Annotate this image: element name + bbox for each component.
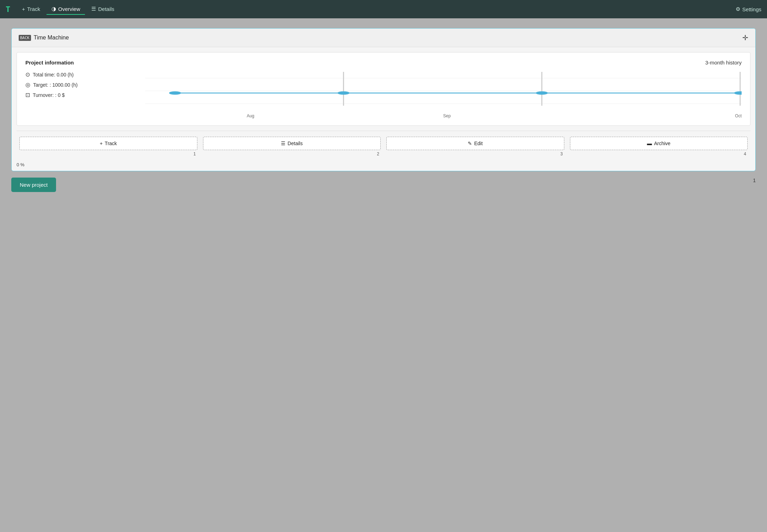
archive-btn-wrapper: ▬ Archive 4 <box>567 135 751 158</box>
nav-details[interactable]: ☰ Details <box>86 4 119 15</box>
chart-container <box>145 70 742 112</box>
project-card: BACK Time Machine ✛ Project information … <box>11 28 756 171</box>
chart-section: 3-month history <box>145 60 742 120</box>
progress-text: 0 % <box>17 162 24 167</box>
project-info-title: Project information <box>25 60 131 66</box>
total-time-row: ⊙ Total time: 0.00 (h) <box>25 71 131 78</box>
svg-point-6 <box>169 91 181 95</box>
archive-btn-icon: ▬ <box>647 141 652 146</box>
details-btn-icon: ☰ <box>281 141 286 146</box>
details-btn-num: 2 <box>377 151 381 156</box>
card-body: Project information ⊙ Total time: 0.00 (… <box>17 52 750 126</box>
edit-btn-icon: ✎ <box>468 141 472 146</box>
edit-btn-num: 3 <box>560 151 564 156</box>
chart-label-aug: Aug <box>152 113 349 118</box>
chart-label-sep: Sep <box>349 113 545 118</box>
page-count: 1 <box>753 178 756 183</box>
edit-btn-wrapper: ✎ Edit 3 <box>384 135 567 158</box>
plus-icon: + <box>22 6 25 12</box>
money-icon: ⊡ <box>25 92 30 98</box>
settings-icon: ⚙ <box>736 6 740 12</box>
card-header-left: BACK Time Machine <box>19 35 69 41</box>
bottom-row: New project 1 <box>11 171 756 192</box>
overview-icon: ◑ <box>51 6 56 12</box>
edit-btn-label: Edit <box>474 141 483 146</box>
app-logo: T <box>6 5 10 14</box>
action-buttons: + Track 1 ☰ Details 2 ✎ Edit 3 <box>17 131 750 158</box>
track-btn-label: Track <box>105 141 117 146</box>
chart-title: 3-month history <box>145 60 742 66</box>
clock-icon: ⊙ <box>25 71 30 78</box>
top-nav: T + Track ◑ Overview ☰ Details ⚙ Setting… <box>0 0 767 18</box>
target-value: Target: : 1000.00 (h) <box>33 82 78 88</box>
svg-point-7 <box>338 91 350 95</box>
back-icon[interactable]: BACK <box>19 35 31 41</box>
svg-point-9 <box>734 91 742 95</box>
archive-btn-num: 4 <box>744 151 748 156</box>
archive-button[interactable]: ▬ Archive <box>570 137 748 150</box>
details-btn-wrapper: ☰ Details 2 <box>200 135 384 158</box>
nav-track[interactable]: + Track <box>17 4 45 15</box>
svg-point-8 <box>536 91 548 95</box>
card-header: BACK Time Machine ✛ <box>12 29 755 47</box>
new-project-button[interactable]: New project <box>11 178 56 192</box>
nav-overview[interactable]: ◑ Overview <box>47 4 85 15</box>
turnover-row: ⊡ Turnover: : 0 $ <box>25 92 131 98</box>
chart-svg <box>145 70 742 112</box>
main-content: BACK Time Machine ✛ Project information … <box>0 18 767 202</box>
card-title: Time Machine <box>34 35 69 41</box>
nav-overview-label: Overview <box>58 6 80 12</box>
chart-label-oct: Oct <box>545 113 742 118</box>
archive-btn-label: Archive <box>654 141 670 146</box>
nav-details-label: Details <box>98 6 114 12</box>
details-btn-label: Details <box>288 141 303 146</box>
details-button[interactable]: ☰ Details <box>203 137 381 150</box>
track-btn-icon: + <box>100 141 103 146</box>
project-info: Project information ⊙ Total time: 0.00 (… <box>25 60 131 120</box>
target-row: ◎ Target: : 1000.00 (h) <box>25 81 131 88</box>
target-icon: ◎ <box>25 81 30 88</box>
track-btn-wrapper: + Track 1 <box>17 135 200 158</box>
turnover-value: Turnover: : 0 $ <box>33 92 65 98</box>
track-btn-num: 1 <box>194 151 197 156</box>
settings-label: Settings <box>742 6 761 12</box>
settings-nav[interactable]: ⚙ Settings <box>736 6 761 12</box>
total-time-value: Total time: 0.00 (h) <box>33 72 74 78</box>
progress-section: 0 % <box>12 161 755 171</box>
expand-icon[interactable]: ✛ <box>742 33 748 42</box>
nav-items: + Track ◑ Overview ☰ Details <box>17 4 736 15</box>
edit-button[interactable]: ✎ Edit <box>386 137 564 150</box>
track-button[interactable]: + Track <box>19 137 197 150</box>
nav-track-label: Track <box>27 6 40 12</box>
details-icon: ☰ <box>91 6 96 12</box>
